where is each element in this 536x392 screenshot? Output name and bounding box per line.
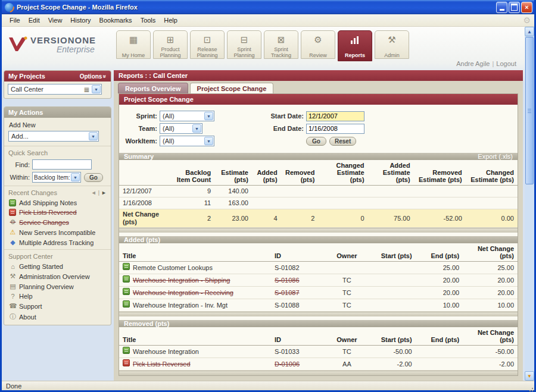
diamond-icon: ◆ — [9, 239, 17, 246]
options-button[interactable]: Options » — [80, 73, 107, 80]
scrollbar-thumb[interactable] — [525, 37, 534, 184]
home-icon: ⌂ — [9, 263, 17, 270]
tab-project-scope-change[interactable]: Project Scope Change — [190, 83, 274, 93]
status-text: Done — [6, 382, 21, 390]
menu-help[interactable]: Help — [160, 15, 182, 25]
pager-next-icon[interactable]: ► — [101, 190, 107, 196]
scroll-down-icon[interactable]: ▼ — [525, 371, 534, 381]
report-tabstrip: Reports Overview Project Scope Change — [114, 81, 523, 93]
firefox-icon — [5, 3, 14, 12]
item-title-link[interactable]: Warehouse Integration - Shipping — [133, 277, 230, 284]
scroll-up-icon[interactable]: ▲ — [525, 27, 534, 36]
menu-bookmarks[interactable]: Bookmarks — [95, 15, 136, 25]
horizontal-scrollbar[interactable] — [119, 312, 518, 316]
nav-tab-sprint-tracking[interactable]: ⊠ Sprint Tracking — [264, 30, 298, 59]
pager-prev-icon[interactable]: ◄ — [91, 190, 96, 196]
support-link-planning-overview[interactable]: ▤ Planning Overview — [4, 281, 111, 291]
start-date-input[interactable] — [306, 111, 364, 121]
tools-icon: ⚒ — [9, 272, 17, 280]
window-titlebar[interactable]: Project Scope Change - Mozilla Firefox × — [2, 0, 534, 14]
quick-search-title: Quick Search — [8, 149, 48, 156]
menu-view[interactable]: View — [44, 15, 67, 25]
support-link-about[interactable]: ⓘ About — [4, 311, 111, 325]
recent-change-item[interactable]: Pick Lists Reversed — [4, 208, 111, 217]
quick-search-go-button[interactable]: Go — [84, 173, 103, 182]
minimize-button[interactable] — [496, 2, 507, 13]
main-content: Reports : : Call Center Reports Overview… — [114, 70, 523, 381]
gear-icon[interactable]: ⚙ — [523, 15, 531, 25]
dropdown-arrow-icon[interactable]: ▼ — [89, 132, 98, 140]
menu-tools[interactable]: Tools — [136, 15, 160, 25]
workitem-select[interactable]: (All) ▼ — [160, 136, 214, 146]
dropdown-arrow-icon[interactable]: ▼ — [92, 85, 101, 93]
recent-change-item[interactable]: Add Shipping Notes — [4, 198, 111, 208]
user-name-link[interactable]: Andre Agile — [456, 60, 490, 67]
nav-tab-reports[interactable]: Reports — [338, 30, 372, 61]
column-header: Added (pts) — [252, 160, 281, 186]
logout-link[interactable]: Logout — [496, 60, 516, 67]
column-header: ID — [271, 243, 327, 262]
column-header: Owner — [327, 327, 367, 346]
recent-change-item[interactable]: ⚙ Service Changes — [4, 217, 111, 227]
menu-file[interactable]: File — [5, 15, 24, 25]
vertical-scrollbar[interactable]: ▲ ▼ — [525, 27, 534, 381]
breadcrumb: Reports : : Call Center — [114, 70, 523, 81]
table-row: Remote Customer Lookups S-01082 25.00 25… — [119, 262, 518, 274]
dropdown-arrow-icon[interactable]: ▼ — [71, 173, 80, 181]
end-date-input[interactable] — [306, 124, 364, 134]
table-row: Warehouse Integration - Inv. Mgt S-01088… — [119, 299, 518, 312]
export-xls-link[interactable]: Export (.xls) — [478, 153, 513, 160]
defect-icon — [123, 359, 130, 366]
sprint-label: Sprint: — [123, 112, 160, 120]
table-row: Warehouse Integration S-01033 TC -50.00 … — [119, 346, 518, 358]
dropdown-arrow-icon[interactable]: ▼ — [192, 124, 201, 133]
horizontal-scrollbar[interactable] — [119, 371, 518, 375]
support-link-support[interactable]: ☎ Support — [4, 301, 111, 311]
story-icon — [123, 288, 130, 295]
dropdown-arrow-icon[interactable]: ▼ — [204, 137, 213, 145]
nav-tab-review[interactable]: ⚙ Review — [301, 30, 335, 59]
nav-tab-my-home[interactable]: ▦ My Home — [116, 30, 151, 59]
summary-header-row: Backlog Item Count Estimate (pts) Added … — [119, 160, 518, 186]
item-title-link[interactable]: Warehouse Integration - Receiving — [133, 289, 233, 296]
horizontal-scrollbar[interactable] — [119, 228, 518, 233]
added-section-header: Added (pts) — [119, 236, 518, 243]
project-select[interactable]: Call Center ▦ ▼ — [8, 84, 102, 95]
versionone-logo: VERSIONONE Enterprise — [8, 35, 96, 54]
tab-reports-overview[interactable]: Reports Overview — [118, 83, 188, 93]
nav-tab-sprint-planning[interactable]: ⊟ Sprint Planning — [227, 30, 261, 59]
project-tree-icon[interactable]: ▦ — [82, 86, 91, 93]
team-select[interactable]: (All) ▼ — [160, 123, 202, 134]
removed-table: Title ID Owner Start (pts) End (pts) Net… — [119, 327, 518, 371]
dropdown-arrow-icon[interactable]: ▼ — [204, 112, 213, 120]
nav-tab-label: Sprint Tracking — [266, 46, 297, 58]
recent-change-item[interactable]: ⚠ New Servers Incompatible — [4, 227, 111, 237]
support-link-administration-overview[interactable]: ⚒ Administration Overview — [4, 271, 111, 281]
menu-history[interactable]: History — [66, 15, 95, 25]
recent-changes-title: Recent Changes — [8, 189, 57, 196]
recent-change-item[interactable]: ◆ Multiple Address Tracking — [4, 237, 111, 247]
go-button[interactable]: Go — [306, 137, 326, 146]
nav-tab-release-planning[interactable]: ⊡ Release Planning — [190, 30, 225, 59]
item-title-link[interactable]: Remote Customer Lookups — [133, 264, 213, 271]
maximize-button[interactable] — [509, 2, 520, 13]
item-title-link[interactable]: Warehouse Integration - Inv. Mgt — [133, 302, 228, 309]
planning-icon: ▤ — [9, 283, 17, 290]
support-link-help[interactable]: ? Help — [4, 291, 111, 301]
find-input[interactable] — [32, 159, 92, 170]
sprint-select[interactable]: (All) ▼ — [160, 111, 214, 121]
status-bar: Done — [2, 381, 534, 390]
close-button[interactable]: × — [521, 2, 532, 13]
nav-tab-admin[interactable]: ⚒ Admin — [375, 30, 409, 59]
within-select[interactable]: Backlog Item: ▼ — [32, 172, 81, 183]
item-title-link[interactable]: Warehouse Integration — [133, 348, 199, 355]
support-link-getting-started[interactable]: ⌂ Getting Started — [4, 262, 111, 271]
main-navigation: ▦ My Home ⊞ Product Planning ⊡ Release P… — [116, 30, 412, 61]
menu-edit[interactable]: Edit — [24, 15, 44, 25]
item-title-link[interactable]: Pick Lists Reversed — [133, 360, 191, 368]
reset-button[interactable]: Reset — [329, 137, 356, 146]
nav-tab-product-planning[interactable]: ⊞ Product Planning — [153, 30, 188, 59]
add-new-select[interactable]: Add... ▼ — [8, 131, 99, 142]
resize-grip-icon[interactable] — [527, 383, 533, 389]
gear-icon: ⚙ — [9, 218, 17, 226]
